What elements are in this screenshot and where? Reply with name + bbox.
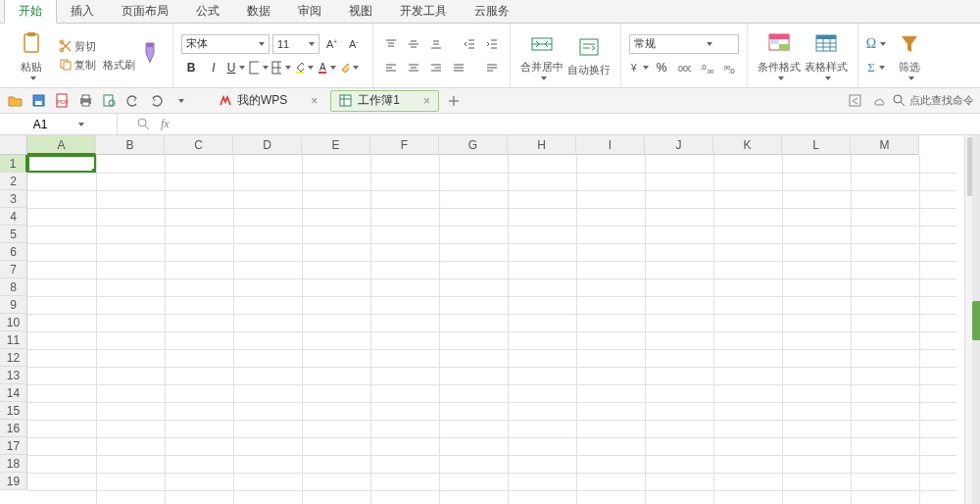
col-header-K[interactable]: K	[713, 135, 782, 155]
number-format-select[interactable]: 常规	[629, 34, 739, 54]
paste-button[interactable]: 粘贴	[8, 30, 55, 80]
fill-pattern-button[interactable]	[271, 58, 291, 77]
redo-button[interactable]	[147, 92, 165, 110]
row-header-17[interactable]: 17	[0, 437, 27, 455]
align-center-button[interactable]	[404, 58, 423, 77]
row-header-8[interactable]: 8	[0, 278, 27, 296]
row-header-13[interactable]: 13	[0, 367, 27, 384]
col-header-L[interactable]: L	[782, 135, 851, 155]
side-panel-toggle[interactable]	[972, 135, 980, 504]
format-painter-big[interactable]	[135, 41, 165, 71]
percent-button[interactable]: %	[652, 58, 671, 77]
row-header-9[interactable]: 9	[0, 296, 27, 314]
col-header-E[interactable]: E	[302, 135, 370, 155]
font-shrink-button[interactable]: A-	[345, 34, 365, 54]
row-header-19[interactable]: 19	[0, 473, 27, 490]
decimal-dec-button[interactable]: .00.0	[719, 58, 739, 77]
row-header-11[interactable]: 11	[0, 331, 27, 349]
menu-tab-6[interactable]: 视图	[335, 0, 386, 23]
search-commands[interactable]: 点此查找命令	[893, 93, 974, 108]
share-button[interactable]	[846, 92, 863, 110]
menu-tab-4[interactable]: 数据	[233, 0, 284, 23]
menu-tab-8[interactable]: 云服务	[461, 0, 523, 23]
cells-area[interactable]	[27, 155, 956, 504]
doc-tab-wps-home[interactable]: 我的WPS×	[210, 90, 326, 112]
underline-button[interactable]: U	[226, 58, 246, 77]
cell-reference-input[interactable]	[6, 118, 74, 131]
font-family-select[interactable]: 宋体	[181, 34, 270, 54]
add-tab-button[interactable]	[445, 92, 463, 110]
row-header-7[interactable]: 7	[0, 261, 27, 278]
symbol-button[interactable]: Ω	[866, 34, 886, 54]
menu-tab-2[interactable]: 页面布局	[108, 0, 182, 23]
doc-tab-workbook1[interactable]: 工作簿1×	[330, 90, 439, 112]
undo-button[interactable]	[123, 92, 141, 110]
currency-button[interactable]: ¥	[629, 58, 649, 77]
cut-button[interactable]: 剪切	[59, 39, 135, 54]
indent-increase-button[interactable]	[482, 34, 502, 54]
cloud-button[interactable]	[869, 92, 887, 110]
row-header-10[interactable]: 10	[0, 314, 27, 331]
wrap-text-button[interactable]: 自动换行	[565, 33, 612, 77]
col-header-J[interactable]: J	[645, 135, 713, 155]
conditional-format-button[interactable]: 条件格式	[756, 30, 803, 80]
close-tab-button[interactable]: ×	[423, 94, 430, 108]
font-size-select[interactable]: 11	[272, 34, 319, 54]
select-all-corner[interactable]	[0, 135, 27, 155]
italic-button[interactable]: I	[204, 58, 223, 77]
row-header-18[interactable]: 18	[0, 455, 27, 473]
row-header-15[interactable]: 15	[0, 402, 27, 420]
col-header-M[interactable]: M	[851, 135, 919, 155]
name-box[interactable]	[0, 114, 118, 134]
table-style-button[interactable]: 表格样式	[803, 30, 850, 80]
align-left-button[interactable]	[381, 58, 401, 77]
menu-tab-0[interactable]: 开始	[4, 0, 57, 24]
col-header-A[interactable]: A	[27, 135, 96, 155]
align-top-button[interactable]	[381, 34, 401, 54]
align-right-button[interactable]	[426, 58, 446, 77]
row-header-4[interactable]: 4	[0, 208, 27, 226]
bold-button[interactable]: B	[181, 58, 201, 77]
row-header-2[interactable]: 2	[0, 173, 27, 190]
open-button[interactable]	[6, 92, 24, 110]
save-button[interactable]	[29, 92, 47, 110]
row-header-6[interactable]: 6	[0, 243, 27, 261]
clear-format-button[interactable]	[339, 58, 359, 77]
active-cell[interactable]	[27, 155, 96, 173]
align-justify-button[interactable]	[449, 58, 468, 77]
fx-icon[interactable]: fx	[161, 117, 170, 131]
decimal-inc-button[interactable]: .0.00	[697, 58, 716, 77]
align-middle-button[interactable]	[404, 34, 423, 54]
col-header-F[interactable]: F	[370, 135, 439, 155]
row-header-16[interactable]: 16	[0, 420, 27, 437]
row-header-14[interactable]: 14	[0, 384, 27, 402]
orientation-button[interactable]	[482, 58, 502, 77]
comma-button[interactable]: 000	[674, 58, 694, 77]
menu-tab-1[interactable]: 插入	[57, 0, 108, 23]
print-preview-button[interactable]	[100, 92, 118, 110]
menu-tab-5[interactable]: 审阅	[284, 0, 335, 23]
format-painter-button[interactable]: 格式刷	[103, 58, 135, 73]
quick-more-button[interactable]	[171, 92, 188, 110]
col-header-I[interactable]: I	[576, 135, 645, 155]
export-pdf-button[interactable]: PDF	[53, 92, 71, 110]
row-header-1[interactable]: 1	[0, 155, 27, 173]
col-header-H[interactable]: H	[508, 135, 576, 155]
font-color-button[interactable]: A	[317, 58, 336, 77]
close-tab-button[interactable]: ×	[311, 94, 318, 108]
col-header-D[interactable]: D	[233, 135, 302, 155]
menu-tab-3[interactable]: 公式	[182, 0, 233, 23]
filter-button[interactable]: 筛选	[886, 30, 933, 80]
col-header-G[interactable]: G	[439, 135, 508, 155]
indent-decrease-button[interactable]	[460, 34, 479, 54]
col-header-B[interactable]: B	[96, 135, 165, 155]
autosum-button[interactable]: Σ	[866, 58, 886, 77]
menu-tab-7[interactable]: 开发工具	[386, 0, 461, 23]
print-button[interactable]	[76, 92, 94, 110]
copy-button[interactable]: 复制	[59, 58, 96, 73]
font-grow-button[interactable]: A+	[322, 34, 342, 54]
row-header-3[interactable]: 3	[0, 190, 27, 208]
fill-color-button[interactable]	[294, 58, 314, 77]
align-bottom-button[interactable]	[426, 34, 446, 54]
row-header-5[interactable]: 5	[0, 226, 27, 243]
